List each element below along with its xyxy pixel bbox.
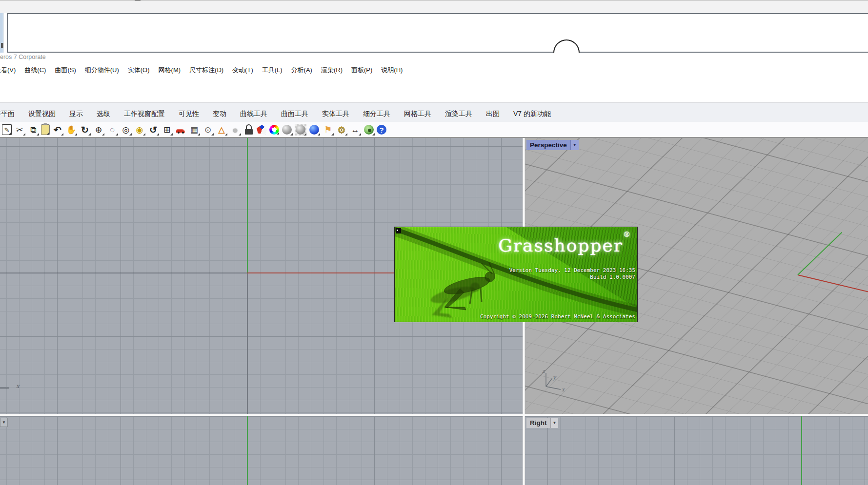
toolbar-tab[interactable]: 可见性 xyxy=(178,109,200,119)
cplane-grid-icon[interactable]: ▦ xyxy=(188,124,200,136)
registered-mark: ® xyxy=(623,230,630,239)
toolbar-tab[interactable]: 显示 xyxy=(68,109,84,119)
toolbar-tab[interactable]: 变动 xyxy=(212,109,227,119)
menu-item[interactable]: 面板(P) xyxy=(351,65,373,76)
undo-view-icon[interactable]: ↺ xyxy=(147,124,159,136)
menu-item[interactable]: 查看(V) xyxy=(0,65,16,76)
viewport-right[interactable]: Right ▼ xyxy=(525,416,868,485)
menu-item[interactable]: 尺寸标注(D) xyxy=(189,65,224,76)
color-wheel-icon[interactable] xyxy=(269,125,279,135)
menu-item[interactable]: 细分物件(U) xyxy=(84,65,120,76)
lightbulb-icon[interactable]: ● xyxy=(229,124,241,136)
help-icon[interactable]: ? xyxy=(377,125,386,135)
toolbar-tab[interactable]: 曲线工具 xyxy=(239,109,268,119)
zoom-extents-icon[interactable]: ◎ xyxy=(120,124,132,136)
gears-icon[interactable]: ⚙ xyxy=(336,124,347,136)
toolbar-tab[interactable]: 工作视窗配置 xyxy=(123,109,166,119)
circle-center-icon[interactable]: ⊙ xyxy=(202,124,214,136)
dimension-icon[interactable]: ↔ xyxy=(349,124,361,136)
axis-gizmo: z y x xyxy=(538,367,565,391)
splash-loading-marker xyxy=(396,228,401,233)
viewport-title-partial[interactable]: ▼ xyxy=(0,418,8,427)
splash-version: Version Tuesday, 12 December 2023 16:35 … xyxy=(509,267,635,281)
toolbar-tabs: 工作平面设置视图显示选取工作视窗配置可见性变动曲线工具曲面工具实体工具细分工具网… xyxy=(0,109,552,119)
menu-item[interactable]: 说明(H) xyxy=(381,65,403,76)
toolbar-tab[interactable]: 渲染工具 xyxy=(444,109,473,119)
menu-bar: 查看(V)曲线(C)曲面(S)细分物件(U)实体(O)网格(M)尺寸标注(D)变… xyxy=(0,65,403,76)
y-axis-green xyxy=(247,138,248,273)
splash-copyright: Copyright © 2009-2026 Robert McNeel & As… xyxy=(480,313,635,320)
zoom-window-icon[interactable]: ◌ xyxy=(106,124,118,136)
four-viewports-icon[interactable]: ⊞ xyxy=(161,124,173,136)
top-band xyxy=(0,0,868,13)
rhino-application-window: eros 7 Corporate 查看(V)曲线(C)曲面(S)细分物件(U)实… xyxy=(0,0,868,485)
cut-icon[interactable]: ✂ xyxy=(14,124,25,136)
toolbar-tab[interactable]: V7 的新功能 xyxy=(512,109,552,119)
grasshopper-splash-screen: Grasshopper® Version Tuesday, 12 Decembe… xyxy=(394,227,638,322)
menu-item[interactable]: 渲染(R) xyxy=(321,65,343,76)
undo-icon[interactable]: ↶ xyxy=(52,124,63,136)
chevron-down-icon[interactable]: ▼ xyxy=(570,140,579,150)
toolbar-tab[interactable]: 设置视图 xyxy=(27,109,57,119)
render-wedge-icon[interactable] xyxy=(257,125,267,135)
toolbar-tab[interactable]: 出图 xyxy=(485,109,501,119)
menu-item[interactable]: 曲面(S) xyxy=(54,65,76,76)
build-line: Build 1.0.0007 xyxy=(509,274,635,281)
toolbar-tab[interactable]: 网格工具 xyxy=(403,109,432,119)
paste-icon[interactable] xyxy=(41,124,50,135)
car-icon[interactable] xyxy=(175,124,186,136)
menu-item[interactable]: 分析(A) xyxy=(291,65,313,76)
axis-gizmo-x-label: x xyxy=(16,383,20,389)
new-file-icon[interactable]: ✎ xyxy=(2,124,12,135)
copy-icon[interactable]: ⧉ xyxy=(27,124,39,136)
zoom-selected-icon[interactable]: ◉ xyxy=(134,124,145,136)
toolbar-tab[interactable]: 细分工具 xyxy=(362,109,391,119)
svg-text:x: x xyxy=(562,387,565,391)
pan-hand-icon[interactable]: ✋ xyxy=(65,124,77,136)
toolbar-tab[interactable]: 曲面工具 xyxy=(280,109,309,119)
zoom-in-icon[interactable]: ⊕ xyxy=(93,124,104,136)
svg-text:y: y xyxy=(552,374,557,381)
z-axis-green xyxy=(247,416,248,485)
menu-item[interactable]: 网格(M) xyxy=(158,65,182,76)
toolbar-tab[interactable]: 工作平面 xyxy=(0,109,16,119)
negative-y-axis xyxy=(247,273,248,414)
grasshopper-silhouette xyxy=(408,262,521,321)
window-border-fragment xyxy=(1,43,3,48)
chevron-down-icon: ▼ xyxy=(2,420,6,425)
menu-item[interactable]: 曲线(C) xyxy=(24,65,46,76)
selection-filter-icon[interactable]: ⚑ xyxy=(322,124,334,136)
viewport-title-right[interactable]: Right ▼ xyxy=(526,418,558,428)
rendered-sphere-icon[interactable] xyxy=(308,124,320,136)
toolbar-tab[interactable]: 实体工具 xyxy=(321,109,350,119)
negative-x-axis xyxy=(0,272,247,273)
ghosted-sphere-icon[interactable] xyxy=(295,124,306,136)
menu-item[interactable]: 变动(T) xyxy=(232,65,254,76)
shaded-sphere-icon[interactable] xyxy=(281,124,293,136)
chevron-down-icon[interactable]: ▼ xyxy=(550,418,559,428)
viewport-splitter-horizontal[interactable] xyxy=(0,414,868,416)
osnap-icon[interactable]: △ xyxy=(216,124,227,136)
z-axis-green xyxy=(801,416,802,485)
grasshopper-globe-icon[interactable] xyxy=(363,124,375,136)
command-input-area[interactable] xyxy=(7,13,868,53)
menu-item[interactable]: 工具(L) xyxy=(262,65,283,76)
splash-title: Grasshopper® xyxy=(498,230,630,255)
viewport-front[interactable]: ▼ xyxy=(0,416,523,485)
lock-icon[interactable] xyxy=(243,124,255,136)
svg-text:z: z xyxy=(542,368,545,374)
menu-item[interactable]: 实体(O) xyxy=(127,65,150,76)
viewport-title-perspective[interactable]: Perspective ▼ xyxy=(526,140,579,150)
window-title: eros 7 Corporate xyxy=(0,54,46,61)
version-line: Version Tuesday, 12 December 2023 16:35 xyxy=(509,267,635,274)
rotate-view-icon[interactable]: ↻ xyxy=(79,124,91,136)
axis-gizmo-partial xyxy=(0,388,9,388)
main-toolbar: ✎✂⧉↶✋↻⊕◌◎◉↺⊞▦⊙△●⚑⚙↔? xyxy=(2,123,386,136)
toolbar-tab[interactable]: 选取 xyxy=(96,109,111,119)
